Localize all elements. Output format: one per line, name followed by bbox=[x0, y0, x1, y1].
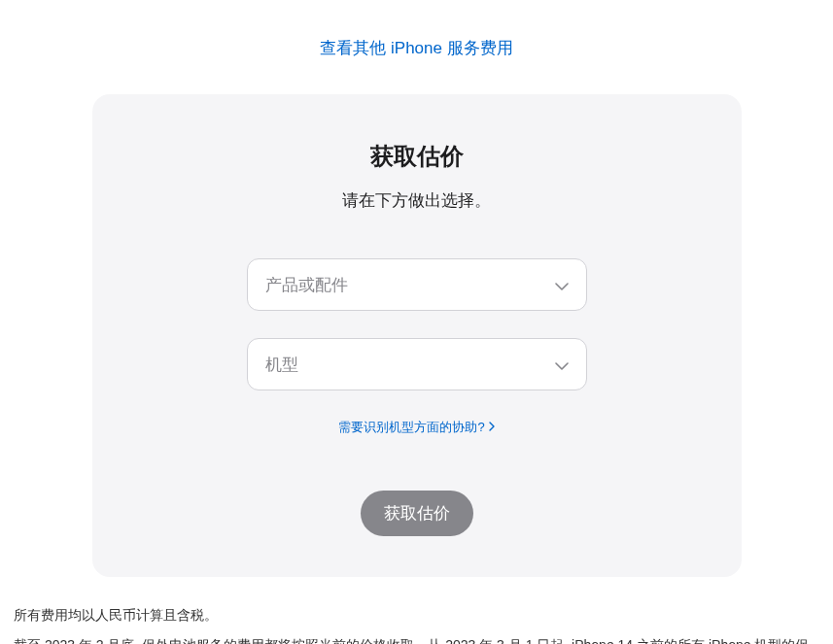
chevron-down-icon bbox=[555, 275, 569, 295]
get-estimate-button[interactable]: 获取估价 bbox=[361, 491, 473, 536]
card-title: 获取估价 bbox=[147, 141, 687, 172]
top-link-container: 查看其他 iPhone 服务费用 bbox=[14, 37, 819, 59]
footnote-line2-prefix: 截至 2023 年 2 月底, 保外电池服务的费用都将按照当前的价格收取。从 2… bbox=[14, 637, 809, 644]
chevron-down-icon bbox=[555, 355, 569, 375]
other-iphone-service-link[interactable]: 查看其他 iPhone 服务费用 bbox=[320, 39, 512, 57]
product-select-placeholder: 产品或配件 bbox=[265, 274, 348, 296]
footnotes: 所有费用均以人民币计算且含税。 截至 2023 年 2 月底, 保外电池服务的费… bbox=[14, 600, 819, 644]
model-select-wrap: 机型 bbox=[247, 338, 587, 390]
estimate-card: 获取估价 请在下方做出选择。 产品或配件 机型 需要识别机型方面的协助? bbox=[92, 94, 742, 577]
chevron-right-icon bbox=[489, 421, 495, 434]
product-select[interactable]: 产品或配件 bbox=[247, 258, 587, 311]
model-select-placeholder: 机型 bbox=[265, 354, 298, 376]
footnote-line1: 所有费用均以人民币计算且含税。 bbox=[14, 600, 819, 630]
identify-model-help-label: 需要识别机型方面的协助? bbox=[338, 419, 484, 436]
footnote-line2: 截至 2023 年 2 月底, 保外电池服务的费用都将按照当前的价格收取。从 2… bbox=[14, 630, 819, 644]
card-subtitle: 请在下方做出选择。 bbox=[147, 189, 687, 212]
product-select-wrap: 产品或配件 bbox=[247, 258, 587, 311]
identify-model-help-link[interactable]: 需要识别机型方面的协助? bbox=[338, 419, 494, 436]
model-select[interactable]: 机型 bbox=[247, 338, 587, 390]
